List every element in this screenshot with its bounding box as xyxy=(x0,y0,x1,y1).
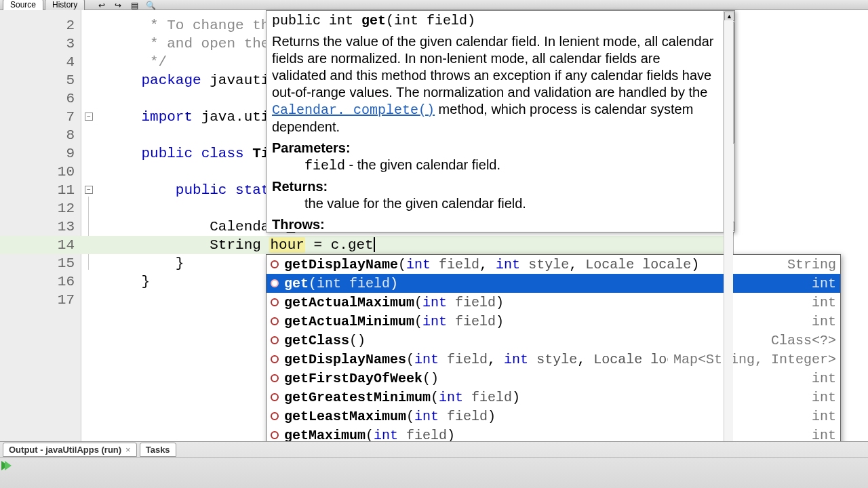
method-icon xyxy=(271,279,279,287)
completion-return-type: Class<?> xyxy=(771,333,836,348)
line-number: 15 xyxy=(0,256,80,271)
completion-item[interactable]: getDisplayNames(int field, int style, Lo… xyxy=(267,350,840,369)
text-caret xyxy=(374,237,375,252)
line-number: 12 xyxy=(0,201,80,216)
javadoc-returns-heading: Returns: xyxy=(272,178,717,195)
method-icon xyxy=(271,431,279,439)
line-number: 6 xyxy=(0,91,80,106)
rerun-icon[interactable] xyxy=(1,461,8,470)
completion-signature: getClass() xyxy=(284,333,766,348)
completion-item[interactable]: getActualMinimum(int field)int xyxy=(267,312,840,331)
line-number: 14 xyxy=(0,237,80,253)
find-icon[interactable]: 🔍 xyxy=(143,1,158,9)
completion-item[interactable]: getActualMaximum(int field)int xyxy=(267,293,840,312)
output-tab-label: Output - javaUtilApps (run) xyxy=(9,445,121,455)
method-icon xyxy=(271,317,279,325)
line-number: 17 xyxy=(0,292,80,308)
line-number: 3 xyxy=(0,36,80,52)
line-number: 8 xyxy=(0,127,80,143)
tasks-tab-label: Tasks xyxy=(146,445,170,455)
completion-return-type: int xyxy=(812,276,836,291)
line-number: 11 xyxy=(0,182,80,198)
completion-return-type: int xyxy=(812,371,836,386)
line-number: 10 xyxy=(0,164,80,180)
line-number: 13 xyxy=(0,219,80,235)
source-tab[interactable]: Source xyxy=(3,0,43,10)
javadoc-popup: public int get(int field) Returns the va… xyxy=(266,10,735,232)
completion-return-type: int xyxy=(812,314,836,329)
code-text: String hour = c.get xyxy=(80,237,375,253)
line-number: 2 xyxy=(0,18,80,33)
output-panel: Output - javaUtilApps (run) × Tasks xyxy=(0,441,868,488)
history-tab[interactable]: History xyxy=(45,0,85,10)
method-icon xyxy=(271,393,279,401)
method-icon xyxy=(271,355,279,363)
completion-return-type: Map<String, Integer> xyxy=(673,352,836,367)
completion-return-type: int xyxy=(812,409,836,424)
bookmark-icon[interactable]: ▤ xyxy=(127,1,142,9)
method-icon xyxy=(271,412,279,420)
line-number: 4 xyxy=(0,54,80,70)
method-icon xyxy=(271,298,279,306)
scroll-up-icon[interactable]: ▲ xyxy=(724,12,734,21)
line-number: 5 xyxy=(0,73,80,88)
close-icon[interactable]: × xyxy=(125,445,131,455)
nav-back-icon[interactable]: ↩ xyxy=(94,1,109,9)
completion-item[interactable]: getClass()Class<?> xyxy=(267,331,840,350)
method-icon xyxy=(271,374,279,382)
completion-signature: getDisplayName(int field, int style, Loc… xyxy=(284,257,782,272)
method-icon xyxy=(271,260,279,268)
line-number: 7 xyxy=(0,109,80,125)
completion-item[interactable]: getFirstDayOfWeek()int xyxy=(267,369,840,388)
completion-return-type: int xyxy=(812,295,836,310)
completion-return-type: String xyxy=(787,257,836,272)
code-text: } xyxy=(80,274,150,289)
fold-toggle[interactable]: − xyxy=(85,113,93,121)
javadoc-signature: public int get(int field) xyxy=(272,12,717,29)
code-editor[interactable]: 2 * To change this tem 3 * and open the … xyxy=(0,10,734,488)
completion-signature: getDisplayNames(int field, int style, Lo… xyxy=(284,352,668,367)
javadoc-link[interactable]: Calendar. complete() xyxy=(272,102,435,118)
method-icon xyxy=(271,336,279,344)
javadoc-description: Returns the value of the given calendar … xyxy=(272,33,717,136)
javadoc-param: field - the given calendar field. xyxy=(304,157,717,174)
javadoc-params-heading: Parameters: xyxy=(272,140,717,157)
output-tab[interactable]: Output - javaUtilApps (run) × xyxy=(3,443,137,457)
error-stripe[interactable] xyxy=(724,20,733,488)
code-text: */ xyxy=(80,54,167,70)
highlighted-var: hour xyxy=(269,237,304,253)
completion-item[interactable]: getLeastMaximum(int field)int xyxy=(267,407,840,426)
editor-toolbar: Source History ↩ ↪ ▤ 🔍 xyxy=(0,0,868,10)
completion-return-type: int xyxy=(812,390,836,405)
javadoc-returns: the value for the given calendar field. xyxy=(304,195,717,212)
line-number: 16 xyxy=(0,274,80,289)
completion-item[interactable]: getDisplayName(int field, int style, Loc… xyxy=(267,255,840,274)
code-text: } xyxy=(80,256,184,271)
nav-fwd-icon[interactable]: ↪ xyxy=(111,1,125,9)
tasks-tab[interactable]: Tasks xyxy=(140,443,176,457)
fold-toggle[interactable]: − xyxy=(85,186,93,194)
javadoc-throws-heading: Throws: xyxy=(272,216,717,232)
completion-item[interactable]: get(int field)int xyxy=(267,274,840,293)
completion-item[interactable]: getGreatestMinimum(int field)int xyxy=(267,388,840,407)
line-number: 9 xyxy=(0,146,80,161)
